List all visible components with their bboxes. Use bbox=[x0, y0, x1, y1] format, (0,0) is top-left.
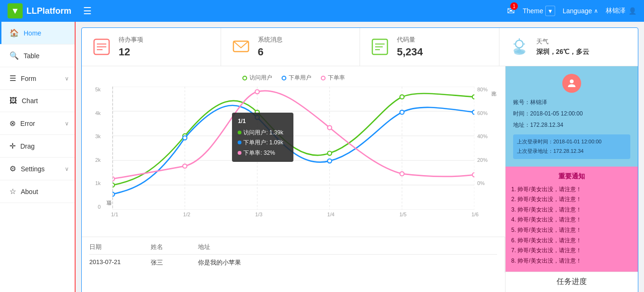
svg-point-33 bbox=[400, 95, 404, 99]
user-name: 林锦泽 bbox=[606, 7, 626, 15]
stat-code-label: 代码量 bbox=[397, 35, 423, 44]
header: ▼ LLPlatform ☰ ✉ 1 Theme ▾ Language ∧ 林锦… bbox=[0, 0, 644, 22]
stat-code-value: 5,234 bbox=[397, 46, 423, 58]
notice-item-8: 8. 帅哥/美女出没，请注意！ bbox=[511, 256, 632, 266]
notice-panel: 重要通知 1. 帅哥/美女出没，请注意！ 2. 帅哥/美女出没，请注意！ 3. … bbox=[506, 167, 638, 272]
visitor-legend-dot bbox=[242, 76, 247, 80]
logo: ▼ LLPlatform bbox=[8, 3, 83, 18]
user-avatar-wrap bbox=[513, 74, 630, 93]
weather-icon bbox=[509, 36, 530, 57]
sidebar-item-label: Chart bbox=[22, 97, 38, 105]
x-axis: 1/1 1/2 1/3 1/4 1/5 1/6 bbox=[89, 212, 498, 217]
cell-date: 2013-07-21 bbox=[89, 258, 132, 267]
svg-point-42 bbox=[183, 164, 187, 168]
stat-code: 代码量 5,234 bbox=[360, 28, 499, 66]
sidebar-item-home[interactable]: 🏠 Home bbox=[0, 22, 75, 44]
notice-title: 重要通知 bbox=[511, 172, 632, 181]
rate-legend-dot bbox=[321, 76, 326, 80]
y-label: 4k bbox=[95, 110, 101, 116]
sidebar-item-label: Settings bbox=[21, 165, 45, 173]
time-value: 2018-01-05 12:00:00 bbox=[530, 110, 583, 117]
sidebar-item-label: Form bbox=[21, 75, 36, 82]
sidebar-item-settings[interactable]: ⚙ Settings ∨ bbox=[0, 158, 75, 180]
mail-badge[interactable]: ✉ 1 bbox=[507, 5, 515, 17]
visitor-legend-label: 访问用户 bbox=[249, 74, 272, 82]
stat-message: 系统消息 6 bbox=[221, 28, 361, 66]
chevron-down-icon: ∨ bbox=[65, 120, 69, 127]
x-label: 1/3 bbox=[255, 212, 262, 217]
dashboard-card: 待办事项 12 系统消息 6 bbox=[81, 27, 638, 292]
stat-todo: 待办事项 12 bbox=[82, 28, 221, 66]
weather-info: 天气 深圳，26℃，多云 bbox=[536, 37, 590, 56]
y-label: 1k bbox=[95, 180, 101, 186]
language-selector[interactable]: Language ∧ bbox=[563, 7, 598, 15]
weather-value: 深圳，26℃，多云 bbox=[536, 48, 590, 56]
task-title: 任务进度 bbox=[513, 277, 630, 287]
dashboard-inner: 访问用户 下单用户 下单率 bbox=[82, 66, 638, 292]
x-label: 1/5 bbox=[399, 212, 406, 217]
table-header-row: 日期 姓名 地址 bbox=[89, 243, 497, 255]
theme-dropdown-button[interactable]: ▾ bbox=[545, 6, 555, 16]
user-menu[interactable]: 林锦泽 👤 bbox=[606, 7, 636, 15]
last-login-address: 上次登录地址：172.28.12.34 bbox=[517, 147, 627, 156]
sidebar-item-error[interactable]: ⊗ Error ∨ bbox=[0, 112, 75, 135]
y-right-label: . bbox=[477, 204, 479, 210]
user-time: 时间：2018-01-05 12:00:00 bbox=[513, 108, 630, 119]
notice-item-5: 5. 帅哥/美女出没，请注意！ bbox=[511, 225, 632, 236]
x-label: 1/6 bbox=[472, 212, 479, 217]
language-label: Language bbox=[563, 7, 592, 15]
col-address: 地址 bbox=[198, 243, 210, 251]
stat-message-value: 6 bbox=[258, 46, 283, 58]
theme-label: Theme bbox=[523, 7, 543, 15]
svg-point-36 bbox=[183, 136, 187, 140]
sidebar-item-form[interactable]: ☰ Form ∨ bbox=[0, 67, 75, 90]
svg-point-9 bbox=[515, 40, 523, 48]
x-label: 1/1 bbox=[111, 212, 118, 217]
notice-item-1: 1. 帅哥/美女出没，请注意！ bbox=[511, 185, 632, 195]
chart-icon: 🖼 bbox=[9, 97, 17, 105]
last-login-time: 上次登录时间：2018-01-01 12:00:00 bbox=[517, 137, 627, 147]
order-legend-dot bbox=[282, 76, 286, 80]
chevron-down-icon: ∨ bbox=[65, 166, 69, 172]
logo-text: LLPlatform bbox=[26, 6, 71, 16]
last-login-value: 2018-01-01 12:00:00 bbox=[553, 139, 601, 144]
legend-visitor: 访问用户 bbox=[242, 74, 272, 82]
theme-selector[interactable]: Theme ▾ bbox=[523, 6, 555, 16]
user-avatar-icon: 👤 bbox=[628, 7, 636, 15]
legend-rate: 下单率 bbox=[321, 74, 345, 82]
logo-icon: ▼ bbox=[8, 3, 23, 18]
svg-point-43 bbox=[255, 90, 259, 94]
form-icon: ☰ bbox=[9, 74, 16, 83]
rate-legend-label: 下单率 bbox=[328, 74, 345, 82]
notice-item-3: 3. 帅哥/美女出没，请注意！ bbox=[511, 205, 632, 215]
error-icon: ⊗ bbox=[9, 119, 16, 128]
stat-todo-label: 待办事项 bbox=[119, 35, 143, 44]
svg-point-16 bbox=[514, 50, 524, 55]
sidebar-item-table[interactable]: 🔍 Table bbox=[0, 44, 75, 67]
dashboard-left: 访问用户 下单用户 下单率 bbox=[82, 66, 506, 292]
notice-item-7: 7. 帅哥/美女出没，请注意！ bbox=[511, 246, 632, 256]
sidebar-item-label: Home bbox=[24, 29, 41, 37]
mail-count: 1 bbox=[510, 2, 518, 10]
sidebar-item-label: Error bbox=[20, 120, 35, 127]
stat-weather: 天气 深圳，26℃，多云 bbox=[499, 28, 638, 66]
svg-point-32 bbox=[327, 151, 332, 156]
sidebar-item-drag[interactable]: ✛ Drag bbox=[0, 135, 75, 158]
cell-address: 你是我的小苹果 bbox=[198, 258, 241, 267]
svg-point-45 bbox=[400, 172, 404, 176]
user-address: 地址：172.28.12.34 bbox=[513, 119, 630, 131]
y-axis-title-right: 比率 bbox=[490, 87, 498, 210]
settings-icon: ⚙ bbox=[9, 164, 16, 173]
about-icon: ☆ bbox=[9, 187, 16, 196]
sidebar-item-chart[interactable]: 🖼 Chart bbox=[0, 90, 75, 112]
stat-todo-info: 待办事项 12 bbox=[119, 35, 143, 58]
chart-legend: 访问用户 下单用户 下单率 bbox=[89, 74, 498, 82]
menu-toggle-button[interactable]: ☰ bbox=[83, 5, 92, 17]
y-right-label: 0% bbox=[477, 180, 485, 186]
account-label: 账号： bbox=[513, 99, 530, 106]
cell-name: 张三 bbox=[151, 258, 179, 267]
legend-order: 下单用户 bbox=[282, 74, 311, 82]
chart-area: 访问用户 下单用户 下单率 bbox=[82, 66, 505, 237]
notice-item-4: 4. 帅哥/美女出没，请注意！ bbox=[511, 215, 632, 225]
sidebar-item-about[interactable]: ☆ About bbox=[0, 180, 75, 203]
